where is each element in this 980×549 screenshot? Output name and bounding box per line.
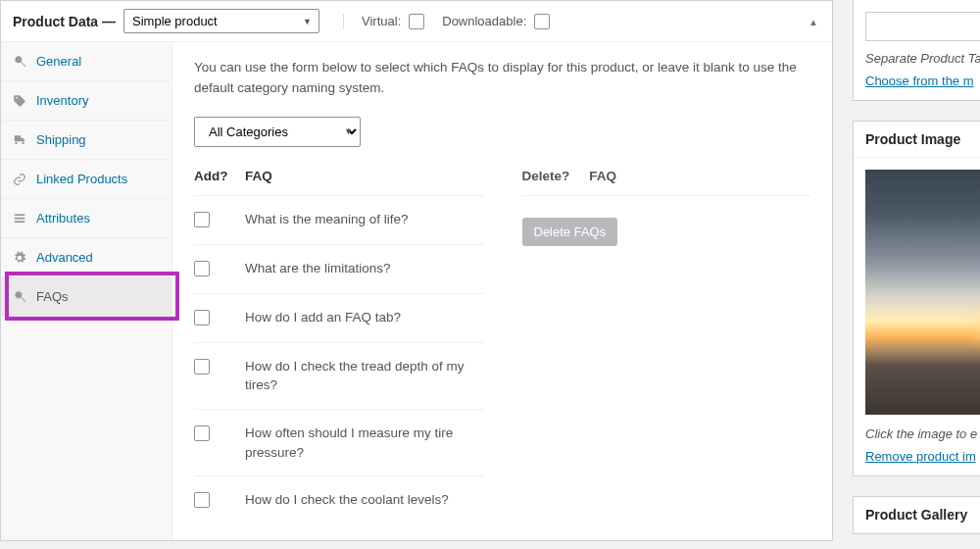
- tab-label: Attributes: [36, 211, 90, 225]
- tags-input[interactable]: [865, 12, 980, 41]
- tab-attributes[interactable]: Attributes: [1, 199, 172, 238]
- tab-shipping[interactable]: Shipping: [1, 121, 172, 160]
- tab-label: Shipping: [36, 132, 86, 147]
- faq-question: How do I check the coolant levels?: [245, 490, 483, 510]
- list-icon: [13, 212, 26, 225]
- virtual-checkbox[interactable]: [409, 14, 424, 29]
- tab-general[interactable]: General: [1, 42, 172, 81]
- faq-question: How do I add an FAQ tab?: [245, 308, 483, 327]
- panel-header: Product Data — Simple product Virtual: D…: [1, 1, 832, 42]
- faq-row: How often should I measure my tire press…: [194, 409, 483, 475]
- faq-category-select[interactable]: All Categories: [194, 117, 361, 147]
- product-tags-box: Separate Product Ta Choose from the m: [853, 0, 980, 101]
- faq-add-checkbox[interactable]: [194, 212, 210, 227]
- wrench-icon: [13, 290, 26, 304]
- svg-rect-0: [15, 214, 25, 216]
- faq-question: What is the meaning of life?: [245, 210, 483, 229]
- remove-image-link[interactable]: Remove product im: [865, 449, 980, 464]
- faqs-description: You can use the form below to select whi…: [194, 58, 810, 99]
- downloadable-checkbox[interactable]: [534, 14, 550, 29]
- product-gallery-title: Product Gallery: [854, 497, 980, 533]
- product-image-title: Product Image: [854, 122, 980, 158]
- product-data-tabs: General Inventory Shipping: [1, 42, 172, 540]
- tags-separate-text: Separate Product Ta: [865, 51, 980, 66]
- tab-label: Linked Products: [36, 172, 127, 186]
- tab-label: Advanced: [36, 250, 93, 265]
- delete-faqs-button[interactable]: Delete FAQs: [522, 218, 618, 246]
- tab-advanced[interactable]: Advanced: [1, 238, 172, 277]
- faq-add-checkbox[interactable]: [194, 261, 210, 276]
- highlight-box: [5, 272, 179, 321]
- tab-linked-products[interactable]: Linked Products: [1, 160, 172, 199]
- faq-add-checkbox[interactable]: [194, 425, 210, 441]
- faq-add-checkbox[interactable]: [194, 492, 210, 508]
- product-image-box: Product Image Click the image to e Remov…: [853, 121, 980, 476]
- truck-icon: [13, 133, 26, 147]
- downloadable-label: Downloadable:: [442, 14, 526, 28]
- click-image-text: Click the image to e: [865, 426, 980, 441]
- faq-delete-column: Delete? FAQ Delete FAQs: [522, 157, 811, 524]
- virtual-field[interactable]: Virtual:: [362, 14, 424, 29]
- downloadable-field[interactable]: Downloadable:: [442, 14, 550, 29]
- panel-title: Product Data —: [13, 14, 116, 29]
- virtual-label: Virtual:: [362, 14, 401, 28]
- faq-add-checkbox[interactable]: [194, 310, 210, 325]
- tab-faqs[interactable]: FAQs: [1, 277, 172, 317]
- collapse-icon[interactable]: ▲: [808, 16, 818, 26]
- tag-icon: [13, 94, 26, 108]
- tab-inventory[interactable]: Inventory: [1, 81, 172, 121]
- svg-rect-2: [15, 221, 25, 223]
- faq-row: How do I check the tread depth of my tir…: [194, 342, 483, 409]
- faq-add-checkbox[interactable]: [194, 359, 210, 374]
- tab-label: FAQs: [36, 289, 69, 304]
- faq-header-2: FAQ: [589, 169, 616, 183]
- add-header: Add?: [194, 169, 225, 183]
- faq-row: How do I add an FAQ tab?: [194, 293, 483, 342]
- faq-add-column: Add? FAQ What is the meaning of life? Wh…: [194, 157, 483, 524]
- product-data-panel: Product Data — Simple product Virtual: D…: [0, 0, 833, 541]
- faqs-content: You can use the form below to select whi…: [172, 42, 832, 540]
- delete-header: Delete?: [522, 169, 570, 183]
- faq-row: How do I check the coolant levels?: [194, 475, 483, 524]
- tab-label: General: [36, 54, 81, 69]
- faq-question: How often should I measure my tire press…: [245, 424, 483, 462]
- gear-icon: [13, 251, 26, 265]
- wrench-icon: [13, 55, 26, 69]
- product-type-select[interactable]: Simple product: [123, 9, 319, 33]
- product-image[interactable]: [865, 170, 980, 415]
- faq-header: FAQ: [245, 169, 272, 183]
- faq-question: How do I check the tread depth of my tir…: [245, 357, 483, 395]
- faq-row: What is the meaning of life?: [194, 195, 483, 244]
- product-gallery-box: Product Gallery: [853, 496, 980, 534]
- faq-question: What are the limitations?: [245, 259, 483, 278]
- faq-row: What are the limitations?: [194, 244, 483, 293]
- link-icon: [13, 173, 26, 186]
- tab-label: Inventory: [36, 93, 88, 108]
- choose-tags-link[interactable]: Choose from the m: [865, 74, 980, 88]
- svg-rect-1: [15, 217, 25, 219]
